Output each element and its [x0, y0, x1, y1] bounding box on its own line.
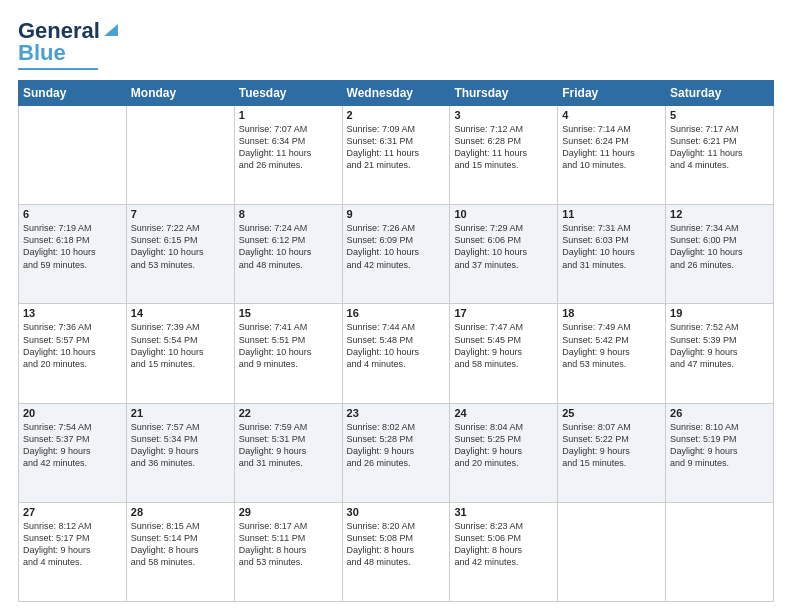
- empty-cell: [666, 502, 774, 601]
- day-info: Sunrise: 7:47 AM Sunset: 5:45 PM Dayligh…: [454, 321, 553, 370]
- day-info: Sunrise: 7:17 AM Sunset: 6:21 PM Dayligh…: [670, 123, 769, 172]
- day-info: Sunrise: 8:17 AM Sunset: 5:11 PM Dayligh…: [239, 520, 338, 569]
- day-cell-3: 3Sunrise: 7:12 AM Sunset: 6:28 PM Daylig…: [450, 106, 558, 205]
- day-cell-25: 25Sunrise: 8:07 AM Sunset: 5:22 PM Dayli…: [558, 403, 666, 502]
- day-info: Sunrise: 8:10 AM Sunset: 5:19 PM Dayligh…: [670, 421, 769, 470]
- day-info: Sunrise: 8:04 AM Sunset: 5:25 PM Dayligh…: [454, 421, 553, 470]
- day-info: Sunrise: 7:41 AM Sunset: 5:51 PM Dayligh…: [239, 321, 338, 370]
- day-info: Sunrise: 8:12 AM Sunset: 5:17 PM Dayligh…: [23, 520, 122, 569]
- weekday-header-friday: Friday: [558, 81, 666, 106]
- weekday-header-tuesday: Tuesday: [234, 81, 342, 106]
- page: General Blue SundayMondayTuesdayWednesda…: [0, 0, 792, 612]
- day-info: Sunrise: 7:36 AM Sunset: 5:57 PM Dayligh…: [23, 321, 122, 370]
- day-cell-30: 30Sunrise: 8:20 AM Sunset: 5:08 PM Dayli…: [342, 502, 450, 601]
- day-info: Sunrise: 7:49 AM Sunset: 5:42 PM Dayligh…: [562, 321, 661, 370]
- day-info: Sunrise: 7:29 AM Sunset: 6:06 PM Dayligh…: [454, 222, 553, 271]
- day-number: 8: [239, 208, 338, 220]
- empty-cell: [126, 106, 234, 205]
- week-row-4: 27Sunrise: 8:12 AM Sunset: 5:17 PM Dayli…: [19, 502, 774, 601]
- day-info: Sunrise: 8:20 AM Sunset: 5:08 PM Dayligh…: [347, 520, 446, 569]
- day-info: Sunrise: 8:15 AM Sunset: 5:14 PM Dayligh…: [131, 520, 230, 569]
- day-cell-29: 29Sunrise: 8:17 AM Sunset: 5:11 PM Dayli…: [234, 502, 342, 601]
- day-info: Sunrise: 7:12 AM Sunset: 6:28 PM Dayligh…: [454, 123, 553, 172]
- weekday-header-monday: Monday: [126, 81, 234, 106]
- day-cell-14: 14Sunrise: 7:39 AM Sunset: 5:54 PM Dayli…: [126, 304, 234, 403]
- day-number: 13: [23, 307, 122, 319]
- day-info: Sunrise: 7:26 AM Sunset: 6:09 PM Dayligh…: [347, 222, 446, 271]
- day-number: 3: [454, 109, 553, 121]
- empty-cell: [558, 502, 666, 601]
- day-cell-4: 4Sunrise: 7:14 AM Sunset: 6:24 PM Daylig…: [558, 106, 666, 205]
- day-cell-6: 6Sunrise: 7:19 AM Sunset: 6:18 PM Daylig…: [19, 205, 127, 304]
- day-cell-24: 24Sunrise: 8:04 AM Sunset: 5:25 PM Dayli…: [450, 403, 558, 502]
- day-info: Sunrise: 7:57 AM Sunset: 5:34 PM Dayligh…: [131, 421, 230, 470]
- day-cell-19: 19Sunrise: 7:52 AM Sunset: 5:39 PM Dayli…: [666, 304, 774, 403]
- day-info: Sunrise: 7:09 AM Sunset: 6:31 PM Dayligh…: [347, 123, 446, 172]
- logo-blue: Blue: [18, 40, 66, 66]
- day-cell-10: 10Sunrise: 7:29 AM Sunset: 6:06 PM Dayli…: [450, 205, 558, 304]
- day-cell-13: 13Sunrise: 7:36 AM Sunset: 5:57 PM Dayli…: [19, 304, 127, 403]
- day-cell-15: 15Sunrise: 7:41 AM Sunset: 5:51 PM Dayli…: [234, 304, 342, 403]
- day-cell-5: 5Sunrise: 7:17 AM Sunset: 6:21 PM Daylig…: [666, 106, 774, 205]
- day-info: Sunrise: 8:23 AM Sunset: 5:06 PM Dayligh…: [454, 520, 553, 569]
- day-number: 24: [454, 407, 553, 419]
- day-number: 25: [562, 407, 661, 419]
- day-cell-8: 8Sunrise: 7:24 AM Sunset: 6:12 PM Daylig…: [234, 205, 342, 304]
- day-info: Sunrise: 7:24 AM Sunset: 6:12 PM Dayligh…: [239, 222, 338, 271]
- day-cell-26: 26Sunrise: 8:10 AM Sunset: 5:19 PM Dayli…: [666, 403, 774, 502]
- day-number: 11: [562, 208, 661, 220]
- empty-cell: [19, 106, 127, 205]
- day-number: 7: [131, 208, 230, 220]
- day-cell-23: 23Sunrise: 8:02 AM Sunset: 5:28 PM Dayli…: [342, 403, 450, 502]
- weekday-header-thursday: Thursday: [450, 81, 558, 106]
- week-row-0: 1Sunrise: 7:07 AM Sunset: 6:34 PM Daylig…: [19, 106, 774, 205]
- day-cell-12: 12Sunrise: 7:34 AM Sunset: 6:00 PM Dayli…: [666, 205, 774, 304]
- day-number: 17: [454, 307, 553, 319]
- day-cell-11: 11Sunrise: 7:31 AM Sunset: 6:03 PM Dayli…: [558, 205, 666, 304]
- day-number: 1: [239, 109, 338, 121]
- day-cell-28: 28Sunrise: 8:15 AM Sunset: 5:14 PM Dayli…: [126, 502, 234, 601]
- day-number: 19: [670, 307, 769, 319]
- weekday-header-wednesday: Wednesday: [342, 81, 450, 106]
- svg-marker-0: [104, 24, 118, 36]
- day-cell-7: 7Sunrise: 7:22 AM Sunset: 6:15 PM Daylig…: [126, 205, 234, 304]
- day-cell-20: 20Sunrise: 7:54 AM Sunset: 5:37 PM Dayli…: [19, 403, 127, 502]
- day-cell-21: 21Sunrise: 7:57 AM Sunset: 5:34 PM Dayli…: [126, 403, 234, 502]
- day-info: Sunrise: 7:34 AM Sunset: 6:00 PM Dayligh…: [670, 222, 769, 271]
- day-info: Sunrise: 8:07 AM Sunset: 5:22 PM Dayligh…: [562, 421, 661, 470]
- day-number: 28: [131, 506, 230, 518]
- logo-underline: [18, 68, 98, 70]
- day-info: Sunrise: 7:52 AM Sunset: 5:39 PM Dayligh…: [670, 321, 769, 370]
- day-cell-9: 9Sunrise: 7:26 AM Sunset: 6:09 PM Daylig…: [342, 205, 450, 304]
- day-number: 23: [347, 407, 446, 419]
- day-number: 5: [670, 109, 769, 121]
- day-number: 18: [562, 307, 661, 319]
- day-info: Sunrise: 7:44 AM Sunset: 5:48 PM Dayligh…: [347, 321, 446, 370]
- calendar-table: SundayMondayTuesdayWednesdayThursdayFrid…: [18, 80, 774, 602]
- day-number: 6: [23, 208, 122, 220]
- day-number: 30: [347, 506, 446, 518]
- day-info: Sunrise: 7:59 AM Sunset: 5:31 PM Dayligh…: [239, 421, 338, 470]
- week-row-1: 6Sunrise: 7:19 AM Sunset: 6:18 PM Daylig…: [19, 205, 774, 304]
- weekday-header-sunday: Sunday: [19, 81, 127, 106]
- day-number: 26: [670, 407, 769, 419]
- day-number: 27: [23, 506, 122, 518]
- weekday-header-row: SundayMondayTuesdayWednesdayThursdayFrid…: [19, 81, 774, 106]
- day-info: Sunrise: 7:54 AM Sunset: 5:37 PM Dayligh…: [23, 421, 122, 470]
- day-cell-17: 17Sunrise: 7:47 AM Sunset: 5:45 PM Dayli…: [450, 304, 558, 403]
- logo: General Blue: [18, 18, 120, 70]
- day-info: Sunrise: 7:31 AM Sunset: 6:03 PM Dayligh…: [562, 222, 661, 271]
- day-number: 10: [454, 208, 553, 220]
- header: General Blue: [18, 18, 774, 70]
- day-number: 21: [131, 407, 230, 419]
- day-cell-27: 27Sunrise: 8:12 AM Sunset: 5:17 PM Dayli…: [19, 502, 127, 601]
- week-row-2: 13Sunrise: 7:36 AM Sunset: 5:57 PM Dayli…: [19, 304, 774, 403]
- day-cell-31: 31Sunrise: 8:23 AM Sunset: 5:06 PM Dayli…: [450, 502, 558, 601]
- day-info: Sunrise: 7:22 AM Sunset: 6:15 PM Dayligh…: [131, 222, 230, 271]
- day-number: 16: [347, 307, 446, 319]
- day-number: 9: [347, 208, 446, 220]
- week-row-3: 20Sunrise: 7:54 AM Sunset: 5:37 PM Dayli…: [19, 403, 774, 502]
- day-number: 14: [131, 307, 230, 319]
- day-cell-1: 1Sunrise: 7:07 AM Sunset: 6:34 PM Daylig…: [234, 106, 342, 205]
- day-number: 22: [239, 407, 338, 419]
